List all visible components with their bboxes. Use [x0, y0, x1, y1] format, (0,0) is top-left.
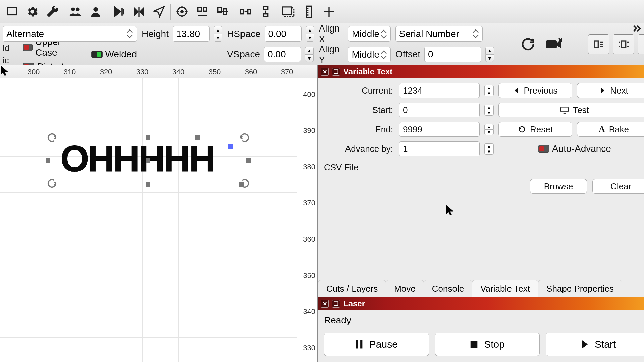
measure-icon[interactable]: [299, 2, 319, 21]
svg-point-3: [93, 7, 98, 11]
svg-point-2: [76, 7, 79, 11]
camera-cut-icon[interactable]: [543, 34, 565, 54]
send-icon[interactable]: [149, 2, 169, 21]
settings-gear-icon[interactable]: [22, 2, 42, 21]
resize-handle-b1[interactable]: [146, 182, 150, 187]
bake-button[interactable]: ABake: [577, 122, 644, 137]
distribute-v-icon[interactable]: [256, 2, 276, 21]
arrange-top-icon[interactable]: [638, 34, 644, 54]
users-icon[interactable]: [65, 2, 86, 21]
panel-tab[interactable]: Variable Text: [472, 280, 538, 297]
next-button[interactable]: Next: [577, 83, 644, 98]
rotate-handle-bl[interactable]: [46, 178, 58, 189]
font-select[interactable]: Alternate: [3, 26, 137, 42]
svg-point-1: [71, 7, 75, 11]
variable-text-panel-header[interactable]: ✕ ❐ Variable Text: [318, 65, 644, 78]
start-spinner[interactable]: ▲▼: [484, 105, 494, 116]
browse-button[interactable]: Browse: [530, 179, 587, 194]
toggle-welded[interactable]: Welded: [91, 49, 137, 60]
panel-tab[interactable]: Shape Properties: [538, 280, 622, 297]
selected-text-object[interactable]: OHHHHH: [46, 132, 250, 189]
hspace-spinner[interactable]: ▲▼: [306, 26, 314, 42]
height-spinner[interactable]: ▲▼: [214, 26, 222, 42]
reset-button[interactable]: Reset: [498, 122, 572, 137]
start-button[interactable]: Start: [546, 333, 644, 356]
offset-spinner[interactable]: ▲▼: [485, 47, 494, 62]
align-objects-icon[interactable]: [192, 2, 212, 21]
svg-rect-23: [471, 341, 478, 348]
vspace-input[interactable]: 0.00: [264, 47, 301, 62]
dock-icon[interactable]: ❐: [332, 300, 340, 308]
svg-rect-0: [7, 7, 17, 15]
canvas-grid: [0, 78, 297, 362]
play-lines-icon[interactable]: [109, 2, 129, 21]
svg-rect-21: [356, 340, 358, 349]
svg-rect-12: [263, 7, 268, 9]
laser-panel-header[interactable]: ✕ ❐ Laser: [318, 297, 644, 310]
mouse-cursor-icon: [445, 204, 455, 219]
arrange-left-icon[interactable]: [588, 34, 609, 54]
svg-rect-11: [248, 9, 251, 14]
svg-point-5: [181, 10, 183, 13]
laser-panel: Ready Pause Stop Start: [318, 310, 644, 362]
close-icon[interactable]: ✕: [321, 300, 329, 308]
offset-input[interactable]: 0: [424, 47, 481, 62]
refresh-icon[interactable]: [517, 34, 539, 54]
end-input[interactable]: 9999: [399, 122, 480, 137]
current-label: Current:: [324, 85, 394, 96]
ruler-horizontal: 0300310320330340350360370: [0, 65, 317, 78]
page-setup-icon[interactable]: [279, 2, 299, 21]
test-button[interactable]: Test: [498, 103, 644, 117]
clear-button[interactable]: Clear: [592, 179, 644, 194]
hspace-input[interactable]: 0.00: [265, 26, 302, 42]
resize-handle-b2[interactable]: [239, 182, 244, 187]
arrange-center-icon[interactable]: [613, 34, 634, 54]
resize-handle-l[interactable]: [46, 158, 50, 163]
user-icon[interactable]: [86, 2, 106, 21]
crosshair-icon[interactable]: [319, 2, 339, 21]
current-input[interactable]: 1234: [399, 83, 480, 98]
resize-handle-t2[interactable]: [195, 135, 200, 140]
stop-button[interactable]: Stop: [435, 333, 540, 356]
vspace-spinner[interactable]: ▲▼: [305, 47, 314, 62]
align-middle-icon[interactable]: [212, 2, 232, 21]
device-icon[interactable]: [2, 2, 22, 21]
svg-rect-20: [561, 107, 568, 112]
panel-tab[interactable]: Cuts / Layers: [318, 280, 386, 297]
advance-spinner[interactable]: ▲▼: [484, 143, 494, 155]
wrench-icon[interactable]: [42, 2, 62, 21]
aligny-label: Align Y: [319, 44, 344, 65]
text-cursor-indicator: [228, 144, 233, 149]
previous-button[interactable]: Previous: [498, 83, 572, 98]
toggle-auto-advance[interactable]: Auto-Advance: [538, 143, 611, 154]
resize-handle-t1[interactable]: [146, 135, 150, 140]
close-icon[interactable]: ✕: [321, 68, 329, 76]
end-spinner[interactable]: ▲▼: [484, 124, 494, 135]
canvas[interactable]: 0300310320330340350360370 40039038037036…: [0, 65, 317, 362]
resize-handle-c[interactable]: [146, 158, 150, 163]
dock-icon[interactable]: ❐: [332, 68, 340, 76]
end-label: End:: [324, 124, 394, 135]
distribute-h-icon[interactable]: [235, 2, 256, 21]
svg-rect-13: [263, 14, 268, 16]
ruler-vertical: 400390380370360350340330: [297, 78, 317, 362]
panel-tab[interactable]: Console: [424, 280, 472, 297]
height-input[interactable]: 13.80: [173, 26, 210, 42]
alignx-select[interactable]: Middle: [348, 26, 391, 42]
canvas-text: OHHHHH: [60, 140, 214, 177]
resize-handle-r[interactable]: [246, 158, 251, 163]
svg-rect-14: [282, 7, 292, 14]
aligny-select[interactable]: Middle: [348, 47, 390, 62]
current-spinner[interactable]: ▲▼: [484, 85, 494, 96]
mirror-icon[interactable]: [129, 2, 149, 21]
rotate-handle-tr[interactable]: [239, 132, 250, 143]
advance-input[interactable]: 1: [399, 141, 480, 156]
overflow-chevron-icon[interactable]: [633, 25, 642, 34]
panel-tab[interactable]: Move: [386, 280, 424, 297]
rotate-handle-tl[interactable]: [46, 132, 58, 143]
vartext-mode-select[interactable]: Serial Number: [395, 26, 483, 42]
svg-rect-22: [360, 340, 362, 349]
target-icon[interactable]: [172, 2, 192, 21]
pause-button[interactable]: Pause: [324, 333, 429, 356]
start-input[interactable]: 0: [399, 103, 480, 117]
